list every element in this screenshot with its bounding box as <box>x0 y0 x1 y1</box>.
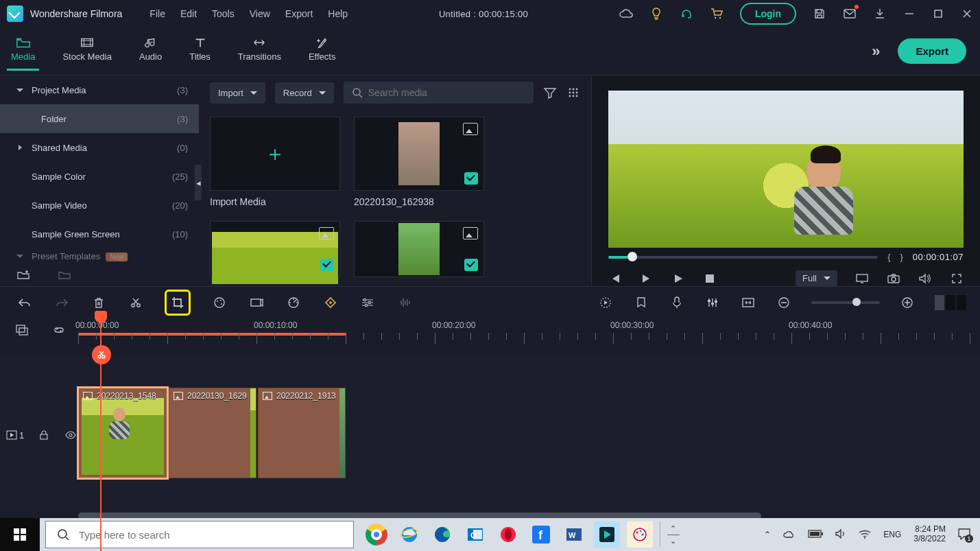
link-icon[interactable] <box>51 322 67 338</box>
crop-icon[interactable] <box>165 290 191 316</box>
search-media[interactable] <box>344 82 534 104</box>
taskbar-edge-icon[interactable] <box>429 521 455 548</box>
zoom-out-icon[interactable] <box>776 294 792 311</box>
preview-viewport[interactable] <box>608 91 964 248</box>
taskbar-outlook-icon[interactable]: O <box>462 521 488 548</box>
headset-icon[interactable] <box>680 7 693 21</box>
tab-effects[interactable]: Effects <box>304 32 340 71</box>
split-icon[interactable] <box>128 294 144 311</box>
menu-export[interactable]: Export <box>285 8 313 19</box>
taskbar-filmora-icon[interactable] <box>594 521 620 548</box>
media-item[interactable]: 20220130_162938 <box>354 117 484 207</box>
prev-frame-icon[interactable] <box>608 272 622 285</box>
sidebar-item-folder[interactable]: Folder (3) <box>0 104 199 133</box>
media-item[interactable] <box>354 221 484 277</box>
tray-volume-icon[interactable] <box>835 529 846 541</box>
render-icon[interactable] <box>597 294 614 311</box>
track-lock-icon[interactable] <box>36 427 51 443</box>
mark-in-icon[interactable]: { <box>887 252 890 262</box>
tab-audio[interactable]: Audio <box>135 32 166 71</box>
tab-transitions[interactable]: Transitions <box>234 32 285 71</box>
sidebar-item-sample-color[interactable]: Sample Color (25) <box>0 162 199 191</box>
mark-out-icon[interactable]: } <box>900 252 903 262</box>
sidebar-item-project-media[interactable]: Project Media (3) <box>0 75 199 104</box>
audio-wave-icon[interactable] <box>396 294 413 311</box>
green-screen-icon[interactable] <box>248 294 265 311</box>
mail-icon[interactable] <box>843 7 857 21</box>
taskbar-chrome-icon[interactable] <box>363 521 390 548</box>
play-icon[interactable] <box>671 272 685 285</box>
close-button[interactable] <box>961 7 973 21</box>
filter-icon[interactable] <box>543 86 557 99</box>
taskbar-word-icon[interactable]: W <box>561 521 587 548</box>
sidebar-item-shared-media[interactable]: Shared Media (0) <box>0 133 199 162</box>
panel-layout-toggle[interactable] <box>935 295 966 310</box>
timeline-clip[interactable]: 20220212_1913 <box>258 388 346 478</box>
timeline-clip[interactable]: 20220130_1629 <box>169 388 256 478</box>
zoom-in-icon[interactable] <box>899 294 916 311</box>
cart-icon[interactable] <box>710 7 724 21</box>
taskbar-paint-icon[interactable] <box>627 521 653 548</box>
tray-expand-icon[interactable]: ⌃ <box>764 530 771 539</box>
playhead-handle[interactable] <box>95 311 107 323</box>
fullscreen-icon[interactable] <box>950 272 964 285</box>
sidebar-item-sample-video[interactable]: Sample Video (20) <box>0 191 199 220</box>
voiceover-icon[interactable] <box>669 294 685 311</box>
login-button[interactable]: Login <box>740 3 796 25</box>
stop-icon[interactable] <box>703 272 717 285</box>
download-icon[interactable] <box>873 7 887 21</box>
zoom-slider[interactable] <box>811 301 880 304</box>
preview-quality-dropdown[interactable]: Full <box>796 270 837 286</box>
search-input[interactable] <box>368 87 525 98</box>
minimize-button[interactable] <box>903 7 916 21</box>
record-dropdown[interactable]: Record <box>275 82 334 104</box>
new-folder-icon[interactable] <box>16 268 30 281</box>
menu-file[interactable]: File <box>150 8 165 19</box>
tray-battery-icon[interactable] <box>808 530 823 540</box>
taskbar-search[interactable] <box>45 521 354 548</box>
adjust-icon[interactable] <box>359 294 376 311</box>
lightbulb-icon[interactable] <box>649 7 663 21</box>
collapse-sidebar-icon[interactable]: ◂ <box>195 165 202 200</box>
track-visibility-icon[interactable] <box>64 427 78 443</box>
export-button[interactable]: Export <box>898 38 966 64</box>
undo-icon[interactable] <box>16 294 33 311</box>
playhead-split-icon[interactable] <box>92 345 111 364</box>
next-frame-icon[interactable] <box>640 272 654 285</box>
taskbar-opera-icon[interactable] <box>495 521 521 548</box>
timeline-ruler[interactable]: 00:00:00:00 00:00:10:00 00:00:20:00 00:0… <box>78 318 980 357</box>
track-lane[interactable]: 20220213_1548 20220130_1629 20220212_191… <box>78 357 980 513</box>
timeline-clip[interactable]: 20220213_1548 <box>78 388 167 478</box>
preview-scrubber[interactable] <box>608 256 878 259</box>
track-manager-icon[interactable] <box>14 322 30 338</box>
volume-icon[interactable] <box>918 272 932 285</box>
tab-stock-media[interactable]: Stock Media <box>58 32 116 71</box>
display-icon[interactable] <box>855 272 869 285</box>
taskbar-search-input[interactable] <box>79 529 342 541</box>
color-icon[interactable] <box>211 294 228 311</box>
redo-icon[interactable] <box>53 294 70 311</box>
taskbar-ie-icon[interactable] <box>396 521 422 548</box>
menu-tools[interactable]: Tools <box>212 8 235 19</box>
start-button[interactable] <box>0 518 40 551</box>
tab-titles[interactable]: Titles <box>185 32 215 71</box>
cloud-icon[interactable] <box>619 7 633 21</box>
menu-help[interactable]: Help <box>328 8 348 19</box>
tray-clock[interactable]: 8:24 PM 3/8/2022 <box>913 525 946 544</box>
fit-icon[interactable] <box>740 294 756 311</box>
speed-icon[interactable] <box>285 294 302 311</box>
taskbar-facebook-icon[interactable]: f <box>528 521 554 548</box>
marker-icon[interactable] <box>633 294 649 311</box>
tray-language[interactable]: ENG <box>883 530 901 539</box>
import-dropdown[interactable]: Import <box>210 82 265 104</box>
tab-media[interactable]: Media <box>7 32 39 71</box>
tray-notifications-icon[interactable]: 1 <box>958 528 970 541</box>
save-icon[interactable] <box>813 7 826 21</box>
media-item[interactable] <box>210 221 340 277</box>
tray-wifi-icon[interactable] <box>859 529 871 541</box>
menu-edit[interactable]: Edit <box>180 8 197 19</box>
more-tabs-icon[interactable]: » <box>872 43 880 60</box>
grid-view-icon[interactable] <box>566 86 580 99</box>
taskbar-overflow[interactable]: ⌃⌄ <box>660 521 686 548</box>
tray-onedrive-icon[interactable] <box>783 529 796 541</box>
